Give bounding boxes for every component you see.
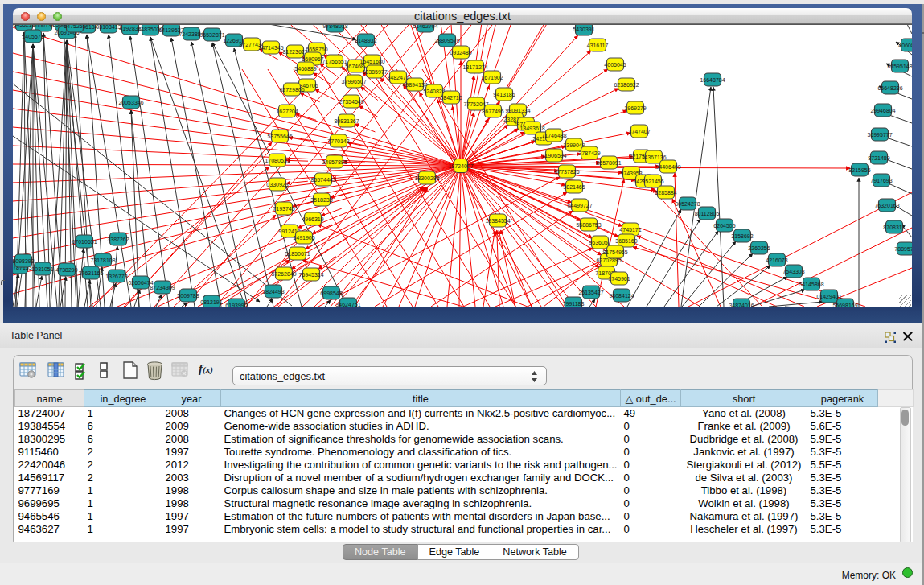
svg-text:4738299: 4738299: [55, 267, 77, 273]
svg-text:34624751: 34624751: [335, 302, 360, 307]
svg-text:0932480: 0932480: [450, 50, 471, 56]
svg-text:74367136: 74367136: [641, 154, 666, 160]
svg-text:4316117: 4316117: [587, 43, 609, 48]
svg-text:9600133: 9600133: [32, 25, 54, 28]
svg-text:3747407: 3747407: [628, 129, 650, 134]
svg-text:1969379: 1969379: [624, 105, 646, 111]
svg-text:51462704: 51462704: [413, 25, 437, 29]
svg-text:67737826: 67737826: [554, 169, 579, 175]
svg-text:18300295: 18300295: [414, 175, 439, 181]
svg-text:6690967: 6690967: [302, 56, 323, 62]
svg-text:0330923: 0330923: [266, 182, 288, 187]
svg-text:7991183: 7991183: [563, 301, 585, 307]
svg-text:28809570: 28809570: [434, 38, 459, 43]
svg-text:5430391: 5430391: [573, 27, 594, 32]
svg-text:20053346: 20053346: [118, 100, 143, 105]
svg-text:55698169: 55698169: [832, 303, 857, 307]
svg-text:80831367: 80831367: [334, 118, 359, 124]
svg-text:49894134: 49894134: [402, 82, 427, 88]
svg-text:76320163: 76320163: [874, 203, 899, 208]
svg-text:4216073: 4216073: [766, 257, 787, 263]
svg-text:2260256: 2260256: [748, 245, 770, 251]
svg-text:4966319: 4966319: [302, 216, 323, 222]
svg-text:81754965: 81754965: [602, 249, 627, 255]
svg-text:97848018: 97848018: [322, 25, 347, 29]
svg-text:3518233: 3518233: [310, 197, 332, 203]
svg-text:98084124: 98084124: [609, 293, 634, 299]
svg-text:81223623: 81223623: [282, 49, 307, 55]
svg-text:62386922: 62386922: [614, 82, 639, 88]
svg-text:00524278: 00524278: [675, 201, 700, 207]
svg-text:5240824: 5240824: [423, 89, 445, 94]
svg-text:1627204: 1627204: [276, 109, 298, 114]
svg-text:61595148: 61595148: [887, 64, 912, 69]
svg-text:19384554: 19384554: [485, 218, 510, 224]
svg-text:34874016: 34874016: [729, 303, 754, 307]
svg-text:54145868: 54145868: [799, 282, 823, 287]
svg-text:8215955: 8215955: [848, 167, 870, 173]
svg-text:1031051: 1031051: [31, 266, 53, 272]
svg-text:3387262: 3387262: [107, 237, 129, 242]
svg-text:27354549: 27354549: [339, 99, 363, 105]
svg-text:1326773: 1326773: [105, 274, 127, 279]
svg-text:1745961: 1745961: [608, 276, 630, 282]
svg-text:71746488: 71746488: [541, 133, 566, 138]
svg-text:7889579: 7889579: [894, 246, 912, 252]
svg-text:3685160: 3685160: [615, 238, 637, 244]
svg-text:9636057: 9636057: [589, 240, 610, 245]
svg-text:37631165: 37631165: [79, 270, 104, 276]
svg-text:4005045: 4005045: [604, 62, 626, 68]
svg-text:25135427: 25135427: [578, 290, 603, 295]
svg-text:73178108: 73178108: [90, 257, 115, 263]
svg-text:3285884: 3285884: [655, 190, 676, 196]
svg-text:65648236: 65648236: [877, 85, 902, 91]
svg-text:93103413: 93103413: [96, 25, 121, 30]
svg-text:71756551: 71756551: [322, 59, 347, 64]
svg-text:18724007: 18724007: [448, 163, 473, 169]
svg-text:7770143: 7770143: [327, 138, 349, 144]
svg-text:01429401: 01429401: [816, 294, 841, 299]
svg-text:94406409: 94406409: [655, 164, 680, 170]
svg-text:34714345: 34714345: [258, 45, 283, 51]
svg-text:5098393: 5098393: [13, 258, 35, 264]
svg-text:37996507: 37996507: [341, 79, 366, 84]
svg-text:67010651: 67010651: [72, 239, 97, 245]
svg-text:5466889: 5466889: [294, 66, 316, 72]
svg-text:5009788: 5009788: [177, 293, 199, 299]
svg-text:7543303: 7543303: [782, 269, 804, 274]
svg-text:85574443: 85574443: [310, 177, 335, 183]
svg-text:8708317: 8708317: [883, 225, 905, 230]
svg-text:62729806: 62729806: [279, 87, 304, 93]
svg-text:29946804: 29946804: [870, 108, 895, 113]
svg-text:6204505: 6204505: [713, 223, 735, 229]
svg-text:8148932: 8148932: [355, 38, 376, 43]
svg-text:53755646: 53755646: [267, 134, 292, 139]
svg-text:1671902: 1671902: [481, 75, 503, 80]
svg-text:9821465: 9821465: [563, 184, 585, 190]
svg-text:71906594: 71906594: [541, 153, 566, 159]
svg-text:9413186: 9413186: [493, 92, 515, 97]
svg-text:4745171: 4745171: [619, 227, 641, 233]
svg-text:04499727: 04499727: [567, 203, 592, 208]
svg-text:13493618: 13493618: [519, 126, 544, 131]
svg-text:36995777: 36995777: [867, 132, 892, 138]
svg-text:7917693: 7917693: [870, 178, 892, 183]
svg-text:34957885: 34957885: [322, 159, 347, 165]
svg-text:8721489: 8721489: [868, 155, 889, 161]
svg-text:4060883: 4060883: [898, 43, 912, 48]
svg-text:15451680: 15451680: [359, 59, 384, 64]
svg-text:1824493: 1824493: [262, 289, 284, 295]
svg-text:86578091: 86578091: [596, 160, 621, 166]
svg-text:1405571: 1405571: [22, 34, 43, 39]
svg-text:1491905: 1491905: [293, 235, 314, 241]
svg-text:2787429: 2787429: [578, 150, 600, 156]
svg-text:60385977: 60385977: [362, 69, 387, 75]
svg-text:3158692: 3158692: [731, 233, 753, 239]
svg-text:76945314: 76945314: [298, 272, 323, 278]
svg-text:9521456: 9521456: [642, 179, 663, 184]
svg-text:6475255: 6475255: [64, 25, 85, 29]
svg-text:16648784: 16648784: [700, 77, 725, 83]
svg-text:1399049: 1399049: [563, 142, 585, 148]
svg-text:13171274: 13171274: [462, 64, 487, 70]
svg-text:0812191: 0812191: [200, 299, 222, 305]
